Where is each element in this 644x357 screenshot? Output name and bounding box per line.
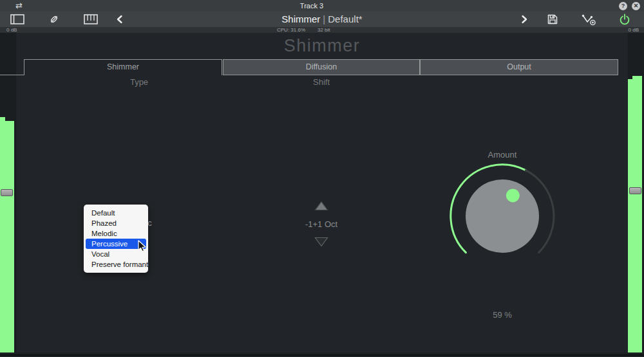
shift-label: Shift (289, 77, 354, 87)
title-separator: | (320, 14, 328, 24)
mouse-cursor (137, 240, 147, 253)
titlebar: ⇄ Track 3 ? ✕ (0, 0, 644, 12)
statusbar: 0 dB CPU: 31.6% 32 bit 0 dB (0, 27, 644, 33)
input-meter-fill-left (0, 117, 5, 357)
menu-item-phazed[interactable]: Phazed (84, 218, 148, 228)
menu-item-default[interactable]: Default (84, 208, 148, 218)
modulation-routing-icon[interactable] (582, 14, 596, 26)
tab-shimmer[interactable]: Shimmer (24, 59, 222, 75)
input-db-label: 0 dB (6, 27, 17, 33)
plugin-name: Shimmer (281, 14, 320, 24)
amount-knob[interactable] (444, 158, 560, 274)
knob-indicator-dot (506, 188, 520, 202)
cpu-label: CPU: 31.6% (277, 27, 305, 33)
output-meter-fill-left (628, 79, 632, 357)
type-dropdown-menu: Default Phazed Melodic Percussive Vocal … (84, 205, 148, 273)
tab-baseline (0, 75, 24, 75)
menu-item-preserve-formant[interactable]: Preserve formant (84, 259, 148, 270)
shift-up-arrow[interactable] (314, 201, 328, 211)
input-gain-handle[interactable] (1, 189, 13, 196)
plugin-window: ⇄ Track 3 ? ✕ Shimmer|Default* (0, 0, 644, 357)
amount-value: 59 % (470, 310, 535, 320)
power-button-icon[interactable] (619, 14, 630, 25)
bit-depth-label: 32 bit (317, 27, 330, 33)
shift-value: -1+1 Oct (289, 219, 354, 229)
save-icon[interactable] (547, 14, 558, 25)
tab-diffusion[interactable]: Diffusion (223, 59, 420, 75)
tab-output[interactable]: Output (420, 59, 618, 75)
window-title: Track 3 (0, 0, 623, 12)
plugin-heading: Shimmer (0, 36, 644, 56)
output-meter-fill-right (632, 76, 642, 357)
input-meter-fill-right (5, 121, 14, 357)
shift-down-arrow[interactable] (314, 237, 328, 247)
chevron-right-icon[interactable] (521, 15, 528, 24)
preset-name: Default* (328, 14, 362, 24)
menu-item-melodic[interactable]: Melodic (84, 228, 148, 239)
output-db-label: 0 dB (629, 27, 639, 33)
help-icon[interactable]: ? (619, 2, 627, 10)
output-gain-handle[interactable] (629, 187, 641, 194)
bottom-divider (0, 354, 644, 356)
type-label: Type (107, 77, 171, 87)
close-icon[interactable]: ✕ (632, 2, 640, 10)
